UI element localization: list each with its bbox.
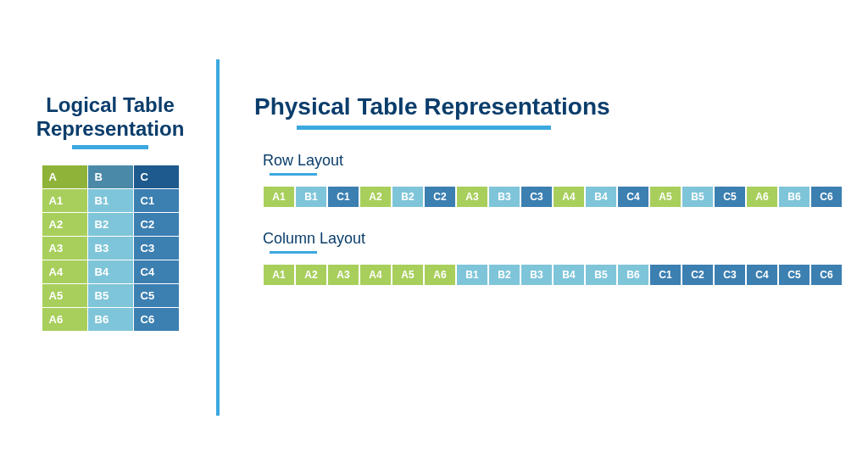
cell: C3 xyxy=(714,264,746,286)
cell: B2 xyxy=(87,213,133,237)
cell: B5 xyxy=(585,264,617,286)
cell: A4 xyxy=(359,264,392,286)
cell: A1 xyxy=(263,186,295,208)
cell: B6 xyxy=(778,186,810,208)
cell: C1 xyxy=(649,264,682,286)
cell: A3 xyxy=(327,264,359,286)
diagram-root: Logical Table Representation A B C A1 B1… xyxy=(0,0,868,464)
cell: C6 xyxy=(810,186,843,208)
cell: A2 xyxy=(295,264,327,286)
cell: C1 xyxy=(133,189,179,213)
vertical-divider xyxy=(216,59,220,416)
cell: C5 xyxy=(714,186,746,208)
col-header-a: A xyxy=(42,165,87,189)
table-row: A3 B3 C3 xyxy=(42,237,179,260)
table-row: A6 B6 C6 xyxy=(42,308,179,332)
cell: A5 xyxy=(649,186,682,208)
cell: A6 xyxy=(746,186,778,208)
row-layout-strip: A1 B1 C1 A2 B2 C2 A3 B3 C3 A4 B4 C4 A5 B… xyxy=(263,186,848,208)
cell: C2 xyxy=(682,264,714,286)
column-layout-strip: A1 A2 A3 A4 A5 A6 B1 B2 B3 B4 B5 B6 C1 C… xyxy=(263,264,848,286)
cell: C6 xyxy=(810,264,843,286)
cell: B4 xyxy=(585,186,617,208)
table-header-row: A B C xyxy=(42,165,179,189)
cell: B3 xyxy=(488,186,520,208)
cell: B5 xyxy=(87,284,133,308)
cell: B6 xyxy=(617,264,649,286)
cell: B1 xyxy=(456,264,488,286)
cell: C4 xyxy=(617,186,649,208)
physical-title: Physical Table Representations xyxy=(254,93,848,120)
cell: B6 xyxy=(87,308,133,332)
cell: A4 xyxy=(42,260,87,284)
table-row: A5 B5 C5 xyxy=(42,284,179,308)
col-header-b: B xyxy=(87,165,133,189)
row-layout-underline xyxy=(270,173,317,176)
logical-underline xyxy=(72,145,148,149)
cell: B4 xyxy=(553,264,585,286)
cell: C2 xyxy=(133,213,179,237)
cell: B3 xyxy=(520,264,553,286)
cell: A1 xyxy=(42,189,87,213)
cell: C1 xyxy=(327,186,359,208)
cell: A5 xyxy=(42,284,87,308)
logical-title: Logical Table Representation xyxy=(25,93,195,140)
cell: B1 xyxy=(87,189,133,213)
logical-title-line2: Representation xyxy=(36,117,185,140)
cell: A3 xyxy=(456,186,488,208)
column-layout-label: Column Layout xyxy=(263,230,848,248)
cell: A6 xyxy=(424,264,456,286)
table-row: A4 B4 C4 xyxy=(42,260,179,284)
table-row: A1 B1 C1 xyxy=(42,189,179,213)
cell: C4 xyxy=(746,264,778,286)
cell: C5 xyxy=(778,264,810,286)
cell: B2 xyxy=(392,186,424,208)
cell: A1 xyxy=(263,264,295,286)
cell: A6 xyxy=(42,308,87,332)
cell: A2 xyxy=(359,186,392,208)
physical-underline xyxy=(297,126,551,130)
physical-panel: Physical Table Representations Row Layou… xyxy=(254,93,848,286)
col-header-c: C xyxy=(133,165,179,189)
cell: B3 xyxy=(87,237,133,260)
logical-table: A B C A1 B1 C1 A2 B2 C2 A3 B3 C3 A4 B4 xyxy=(42,165,180,332)
logical-title-line1: Logical Table xyxy=(46,93,175,116)
logical-panel: Logical Table Representation A B C A1 B1… xyxy=(25,93,195,332)
cell: B4 xyxy=(87,260,133,284)
column-layout-underline xyxy=(270,251,317,254)
cell: C5 xyxy=(133,284,179,308)
table-row: A2 B2 C2 xyxy=(42,213,179,237)
cell: A3 xyxy=(42,237,87,260)
cell: A4 xyxy=(553,186,585,208)
cell: B2 xyxy=(488,264,520,286)
cell: C6 xyxy=(133,308,179,332)
cell: C3 xyxy=(133,237,179,260)
cell: C2 xyxy=(424,186,456,208)
cell: C3 xyxy=(520,186,553,208)
cell: C4 xyxy=(133,260,179,284)
cell: A5 xyxy=(392,264,424,286)
cell: B5 xyxy=(682,186,714,208)
cell: A2 xyxy=(42,213,87,237)
cell: B1 xyxy=(295,186,327,208)
row-layout-label: Row Layout xyxy=(263,152,848,170)
